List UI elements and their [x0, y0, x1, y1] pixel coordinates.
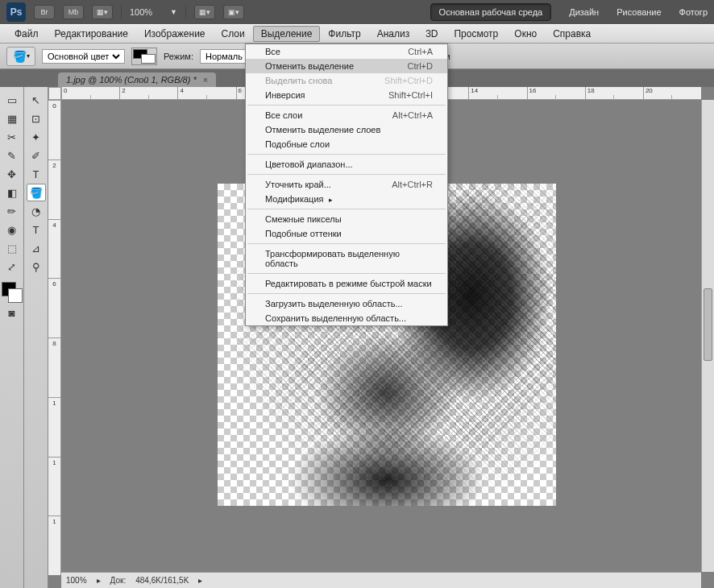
menu-edit[interactable]: Редактирование: [47, 26, 136, 42]
tool-blur[interactable]: ✏: [2, 202, 22, 220]
status-bar: 100% ▸ Док: 484,6K/161,5K ▸: [61, 572, 701, 588]
tool-lasso[interactable]: ▦: [2, 110, 22, 127]
tool-move[interactable]: ↖: [27, 91, 46, 109]
status-menu-icon[interactable]: ▸: [198, 576, 202, 585]
workspace-link-design[interactable]: Дизайн: [569, 7, 599, 17]
status-zoom[interactable]: 100%: [66, 576, 87, 585]
menu-filter[interactable]: Фильтр: [320, 26, 368, 42]
workspace-active[interactable]: Основная рабочая среда: [430, 3, 552, 21]
workspace-link-photo[interactable]: Фотогр: [679, 7, 708, 17]
toolbox-col-1: ▭ ▦ ✂ ✎ ✥ ◧ ✏ ◉ ⬚ ⤢ ◙: [0, 87, 24, 588]
menu-item-подобные-слои[interactable]: Подобные слои: [246, 137, 447, 151]
menu-select[interactable]: Выделение: [253, 26, 321, 42]
tool-preset-button[interactable]: 🪣▾: [6, 47, 35, 66]
menu-item-загрузить-выделенную-область-[interactable]: Загрузить выделенную область...: [246, 296, 447, 311]
tool-crop[interactable]: ✂: [2, 128, 22, 146]
close-tab-icon[interactable]: ×: [203, 75, 208, 85]
menu-view[interactable]: Просмотр: [446, 26, 506, 42]
tool-clone[interactable]: ✥: [2, 165, 22, 183]
screen-mode-button[interactable]: ▣▾: [223, 5, 244, 19]
tool-pen[interactable]: ◉: [2, 221, 22, 238]
bridge-button[interactable]: Br: [34, 5, 55, 19]
zoom-dropdown-icon[interactable]: ▼: [170, 8, 177, 16]
tool-3d[interactable]: ⤢: [2, 258, 22, 275]
status-dropdown-icon[interactable]: ▸: [97, 576, 101, 585]
menu-analysis[interactable]: Анализ: [369, 26, 418, 42]
doc-size-label: Док:: [110, 576, 127, 585]
menu-item-сохранить-выделенную-область-[interactable]: Сохранить выделенную область...: [246, 311, 447, 325]
minibridge-button[interactable]: Mb: [63, 5, 84, 19]
workspace-link-painting[interactable]: Рисование: [616, 7, 661, 17]
ruler-vertical[interactable]: 02 46 81 11: [48, 100, 61, 575]
tool-path-sel[interactable]: ⬚: [2, 239, 22, 257]
menu-item-модификация[interactable]: Модификация: [246, 192, 447, 206]
tool-bucket[interactable]: 🪣: [27, 184, 46, 201]
menu-item-выделить-снова: Выделить сноваShift+Ctrl+D: [246, 73, 447, 88]
application-bar: Ps Br Mb ▦▾ 100% ▼ ▦▾ ▣▾ Основная рабоча…: [0, 0, 714, 24]
menu-help[interactable]: Справка: [545, 26, 599, 42]
tool-healing[interactable]: ✎: [2, 147, 22, 164]
menu-3d[interactable]: 3D: [417, 26, 446, 42]
mode-label: Режим:: [164, 52, 193, 61]
tool-marquee[interactable]: ▭: [2, 91, 22, 109]
tool-brush[interactable]: ✐: [27, 147, 46, 164]
menu-bar: Файл Редактирование Изображение Слои Выд…: [0, 24, 714, 43]
ps-logo-icon: Ps: [6, 2, 26, 22]
document-tab[interactable]: 1.jpg @ 100% (Слой 1, RGB/8) * ×: [58, 72, 216, 87]
arrange-docs-button[interactable]: ▦▾: [194, 5, 215, 19]
menu-item-подобные-оттенки[interactable]: Подобные оттенки: [246, 226, 447, 241]
separator: [121, 5, 122, 19]
menu-item-отменить-выделение[interactable]: Отменить выделениеCtrl+D: [246, 59, 447, 73]
fg-bg-swatches[interactable]: [2, 282, 23, 303]
tool-type[interactable]: T: [27, 221, 46, 238]
bucket-icon: 🪣: [13, 50, 27, 63]
menu-file[interactable]: Файл: [6, 26, 47, 42]
ruler-origin[interactable]: [48, 87, 61, 100]
fill-source-select[interactable]: Основной цвет: [42, 49, 125, 64]
menu-item-смежные-пикселы[interactable]: Смежные пикселы: [246, 212, 447, 226]
tool-eraser[interactable]: ◧: [2, 184, 22, 201]
tool-eyedropper[interactable]: ✦: [27, 128, 46, 146]
menu-layer[interactable]: Слои: [214, 26, 253, 42]
view-extras-button[interactable]: ▦▾: [92, 5, 113, 19]
menu-image[interactable]: Изображение: [136, 26, 214, 42]
menu-item-все-слои[interactable]: Все слоиAlt+Ctrl+A: [246, 108, 447, 122]
tool-history[interactable]: T: [27, 165, 46, 183]
tool-shape[interactable]: ⊿: [27, 239, 46, 257]
tool-zoom[interactable]: ⚲: [27, 258, 46, 275]
scroll-thumb[interactable]: [704, 288, 712, 361]
menu-item-цветовой-диапазон-[interactable]: Цветовой диапазон...: [246, 157, 447, 172]
doc-size-value: 484,6K/161,5K: [135, 576, 189, 585]
document-title: 1.jpg @ 100% (Слой 1, RGB/8) *: [66, 75, 197, 85]
toolbox-col-2: ↖ ⊡ ✦ ✐ T 🪣 ◔ T ⊿ ⚲: [24, 87, 48, 588]
menu-item-отменить-выделение-слоев[interactable]: Отменить выделение слоев: [246, 122, 447, 137]
menu-item-уточнить-край-[interactable]: Уточнить край...Alt+Ctrl+R: [246, 177, 447, 192]
scrollbar-vertical[interactable]: [701, 100, 714, 572]
zoom-level[interactable]: 100%: [130, 7, 162, 17]
menu-item-все[interactable]: ВсеCtrl+A: [246, 44, 447, 59]
separator: [185, 5, 186, 19]
quickmask-icon[interactable]: ◙: [2, 304, 22, 321]
tool-wand[interactable]: ⊡: [27, 110, 46, 127]
menu-window[interactable]: Окно: [506, 26, 545, 42]
select-menu-dropdown: ВсеCtrl+AОтменить выделениеCtrl+DВыделит…: [245, 43, 448, 326]
pattern-swatch[interactable]: [131, 48, 157, 65]
menu-item-инверсия[interactable]: ИнверсияShift+Ctrl+I: [246, 88, 447, 102]
tool-dodge[interactable]: ◔: [27, 202, 46, 220]
menu-item-редактировать-в-режиме-быстрой-маски[interactable]: Редактировать в режиме быстрой маски: [246, 276, 447, 291]
menu-item-трансформировать-выделенную-область[interactable]: Трансформировать выделенную область: [246, 246, 447, 271]
